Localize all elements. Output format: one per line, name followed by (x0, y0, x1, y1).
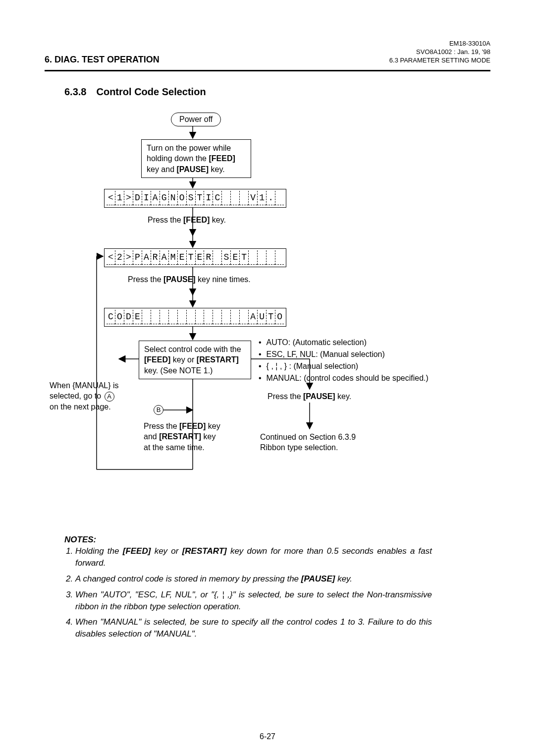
notes-list: Holding the [FEED] key or [RESTART] key … (64, 545, 432, 644)
restart-key-1: [RESTART] (197, 355, 239, 364)
pause-key-n2: [PAUSE] (301, 574, 335, 583)
turn-on-line2a: holding down the (147, 154, 209, 163)
power-off-node: Power off (171, 113, 221, 126)
page-header: 6. DIAG. TEST OPERATION EM18-33010A SVO8… (45, 40, 490, 65)
notes-label: NOTES: (64, 534, 109, 546)
feed-key-3: [FEED] (144, 355, 170, 364)
note-1: Holding the [FEED] key or [RESTART] key … (75, 545, 432, 569)
pause-key-3: [PAUSE] (303, 392, 335, 401)
option-esc: ESC, LF, NUL: (Manual selection) (259, 349, 428, 360)
section-number: 6.3.8 (64, 86, 86, 97)
header-rule (45, 70, 490, 71)
pause-key-1: [PAUSE] (176, 165, 209, 174)
lcd-display-2: <2>PARAMETER SET (104, 248, 286, 267)
note-2: A changed control code is stored in memo… (75, 573, 432, 585)
circled-a: A (105, 392, 114, 402)
feed-key-2: [FEED] (183, 216, 210, 224)
turn-on-box: Turn on the power while holding down the… (141, 139, 251, 178)
doc-date: SVO8A1002 : Jan. 19, '98 (389, 48, 490, 57)
continued-text: Continued on Section 6.3.9 Ribbon type s… (260, 432, 356, 453)
lcd-display-1: <1>DIAGNOSTIC V1. (104, 189, 286, 208)
options-list: AUTO: (Automatic selection) ESC, LF, NUL… (259, 337, 428, 384)
note-3: When "AUTO", "ESC, LF, NUL", or "{, ¦ ,}… (75, 589, 432, 613)
press-both-step: Press the [FEED] key and [RESTART] key a… (144, 421, 220, 453)
pause-key-2: [PAUSE] (163, 275, 196, 284)
option-auto: AUTO: (Automatic selection) (259, 337, 428, 349)
press-feed-step: Press the [FEED] key. (148, 215, 226, 226)
select-code-box: Select control code with the [FEED] key … (139, 341, 251, 380)
doc-number: EM18-33010A (389, 40, 490, 48)
section-title: Control Code Selection (96, 86, 206, 97)
feed-key-n1: [FEED] (123, 546, 151, 556)
turn-on-line3c: key. (209, 165, 225, 174)
press-pause-step: Press the [PAUSE] key. (268, 391, 351, 402)
lcd-display-3: CODE AUTO (104, 308, 286, 327)
restart-key-2: [RESTART] (159, 432, 201, 441)
flowchart: Power off Turn on the power while holdin… (64, 113, 471, 509)
note-4: When "MANUAL" is selected, be sure to sp… (75, 616, 432, 640)
notes-block: NOTES: Holding the [FEED] key or [RESTAR… (64, 534, 471, 644)
circled-b-label: B (153, 405, 164, 415)
doc-section: 6.3 PARAMETER SETTING MODE (389, 57, 490, 65)
header-left: 6. DIAG. TEST OPERATION (45, 55, 160, 65)
option-braces: { , ¦ , } : (Manual selection) (259, 360, 428, 372)
manual-branch-text: When {MANUAL} is selected, go to A on th… (50, 380, 119, 412)
header-right: EM18-33010A SVO8A1002 : Jan. 19, '98 6.3… (389, 40, 490, 65)
feed-key-4: [FEED] (179, 422, 206, 430)
turn-on-line1: Turn on the power while (147, 144, 231, 152)
page: 6. DIAG. TEST OPERATION EM18-33010A SVO8… (0, 0, 535, 756)
press-pause-nine-step: Press the [PAUSE] key nine times. (128, 274, 251, 285)
page-number: 6-27 (0, 732, 535, 741)
option-manual: MANUAL: (control codes should be specifi… (259, 372, 428, 384)
turn-on-line3a: key and (147, 165, 176, 174)
restart-key-n1: [RESTART] (182, 546, 227, 556)
section-heading: 6.3.8Control Code Selection (64, 86, 490, 98)
circled-b: B (154, 405, 163, 415)
feed-key-1: [FEED] (209, 154, 235, 163)
